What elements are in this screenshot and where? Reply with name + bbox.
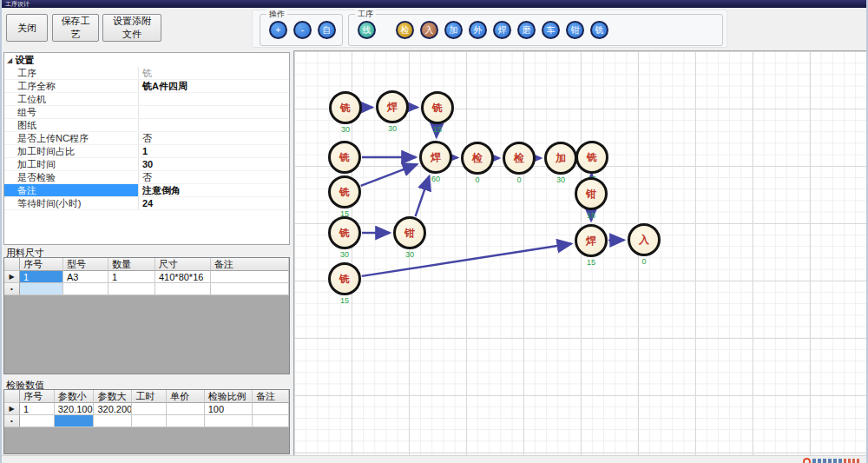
cell-r0c1[interactable]: 320.100 (55, 403, 95, 415)
property-row-2[interactable]: 工位机 (4, 93, 289, 106)
process-outsource-button[interactable]: 外 (469, 21, 487, 39)
property-row-9[interactable]: 备注注意倒角 (4, 184, 289, 197)
cell-r0c3[interactable] (132, 403, 167, 415)
process-flow-canvas[interactable]: 铣30焊30铣15铣15焊60检0检0加30铣15钳15焊15入0铣15铣30钳… (293, 50, 868, 457)
new-row[interactable]: • (4, 283, 289, 295)
process-node-5[interactable]: 检 (461, 142, 494, 175)
settings-category-header[interactable]: ◢ 设置 (4, 53, 289, 67)
cell-r0c4[interactable] (167, 403, 205, 415)
property-row-4[interactable]: 图纸 (4, 119, 289, 132)
process-storein-button[interactable]: 入 (420, 21, 438, 39)
process-node-7[interactable]: 加 (544, 142, 577, 175)
column-header-0[interactable]: 序号 (20, 258, 63, 271)
process-node-2[interactable]: 铣 (421, 91, 454, 124)
property-value[interactable]: 否 (139, 171, 289, 183)
cell-r0c0[interactable]: 1 (20, 403, 55, 415)
new-cell-c1[interactable] (55, 415, 95, 427)
property-row-5[interactable]: 是否上传NC程序否 (4, 132, 289, 145)
column-header-1[interactable]: 参数小 (55, 390, 95, 403)
property-row-10[interactable]: 等待时间(小时)24 (4, 197, 289, 210)
process-grind-button[interactable]: 磨 (517, 21, 536, 39)
node-label: 焊 (431, 150, 441, 165)
set-attachment-button[interactable]: 设置添附文件 (102, 14, 161, 42)
process-node-12[interactable]: 铣 (328, 175, 361, 208)
process-node-0[interactable]: 铣 (329, 91, 362, 124)
process-node-3[interactable]: 铣 (328, 141, 361, 174)
property-value[interactable]: 1 (139, 145, 289, 157)
process-weld-button[interactable]: 焊 (493, 21, 511, 39)
process-node-6[interactable]: 检 (503, 142, 536, 175)
column-header-1[interactable]: 型号 (63, 258, 108, 271)
property-row-6[interactable]: 加工时间占比1 (4, 145, 289, 158)
process-machining-button[interactable]: 加 (444, 21, 463, 39)
process-node-14[interactable]: 钳 (393, 216, 426, 249)
property-value[interactable] (139, 106, 289, 118)
close-button[interactable]: 关闭 (6, 14, 48, 42)
new-cell-c0[interactable] (20, 415, 55, 427)
property-value[interactable]: 铣 (139, 67, 289, 79)
column-header-6[interactable]: 备注 (253, 390, 289, 403)
cell-r0c1[interactable]: A3 (63, 271, 108, 283)
process-node-10[interactable]: 焊 (575, 224, 608, 257)
table-row[interactable]: ▶1A31410*80*16 (4, 271, 289, 283)
column-header-5[interactable]: 检验比例 (205, 390, 253, 403)
zoom-out-button[interactable]: - (293, 21, 312, 39)
process-bench-button[interactable]: 钳 (566, 21, 584, 39)
cell-r0c3[interactable]: 410*80*16 (155, 271, 211, 283)
flow-edge[interactable] (362, 244, 572, 276)
property-value[interactable] (139, 93, 289, 105)
property-row-1[interactable]: 工序全称铣A件四周 (4, 80, 289, 93)
column-header-0[interactable]: 序号 (20, 390, 55, 403)
column-header-2[interactable]: 数量 (108, 258, 155, 271)
process-node-9[interactable]: 钳 (575, 177, 608, 210)
property-row-8[interactable]: 是否检验否 (4, 171, 289, 184)
property-row-7[interactable]: 加工时间30 (4, 158, 289, 171)
column-header-3[interactable]: 工时 (132, 390, 167, 403)
new-cell-c4[interactable] (211, 283, 289, 295)
new-row-marker: • (4, 283, 20, 295)
process-node-4[interactable]: 焊 (419, 141, 452, 174)
property-value[interactable]: 注意倒角 (139, 184, 289, 196)
table-row[interactable]: ▶1320.100320.200100 (4, 403, 289, 415)
process-inspect-button[interactable]: 检 (396, 21, 414, 39)
process-node-13[interactable]: 铣 (328, 216, 361, 249)
cell-r0c5[interactable]: 100 (205, 403, 253, 415)
column-header-4[interactable]: 备注 (211, 258, 289, 271)
cell-r0c2[interactable]: 1 (108, 271, 155, 283)
cell-r0c6[interactable] (253, 403, 289, 415)
cell-r0c4[interactable] (211, 271, 289, 283)
new-cell-c1[interactable] (63, 283, 108, 295)
property-value[interactable]: 否 (139, 132, 289, 144)
process-turn-button[interactable]: 车 (542, 21, 560, 39)
cell-r0c2[interactable]: 320.200 (94, 403, 132, 415)
process-node-11[interactable]: 入 (628, 223, 661, 256)
flow-edge[interactable] (361, 164, 418, 186)
new-cell-c4[interactable] (167, 415, 205, 427)
auto-layout-button[interactable]: 自 (318, 21, 336, 39)
process-node-1[interactable]: 焊 (376, 90, 409, 123)
new-cell-c2[interactable] (108, 283, 155, 295)
new-cell-c0[interactable] (20, 283, 63, 295)
process-node-8[interactable]: 铣 (575, 141, 608, 174)
column-header-2[interactable]: 参数大 (94, 390, 132, 403)
property-value[interactable]: 铣A件四周 (139, 80, 289, 92)
property-value[interactable]: 30 (139, 158, 289, 170)
process-mill-button[interactable]: 铣 (590, 21, 608, 39)
new-cell-c6[interactable] (253, 415, 289, 427)
new-cell-c2[interactable] (94, 415, 132, 427)
new-cell-c3[interactable] (132, 415, 167, 427)
property-row-3[interactable]: 组号 (4, 106, 289, 119)
cell-r0c0[interactable]: 1 (20, 271, 63, 283)
process-node-15[interactable]: 铣 (328, 262, 361, 295)
column-header-4[interactable]: 单价 (167, 390, 205, 403)
save-process-button[interactable]: 保存工艺 (52, 14, 99, 42)
new-cell-c5[interactable] (205, 415, 253, 427)
column-header-3[interactable]: 尺寸 (155, 258, 211, 271)
property-row-0[interactable]: 工序铣 (4, 67, 289, 80)
property-value[interactable] (139, 119, 289, 131)
zoom-in-button[interactable]: + (269, 21, 287, 39)
new-cell-c3[interactable] (155, 283, 211, 295)
new-row[interactable]: • (4, 415, 289, 427)
property-value[interactable]: 24 (139, 197, 289, 209)
process-line-button[interactable]: 线 (358, 21, 376, 39)
